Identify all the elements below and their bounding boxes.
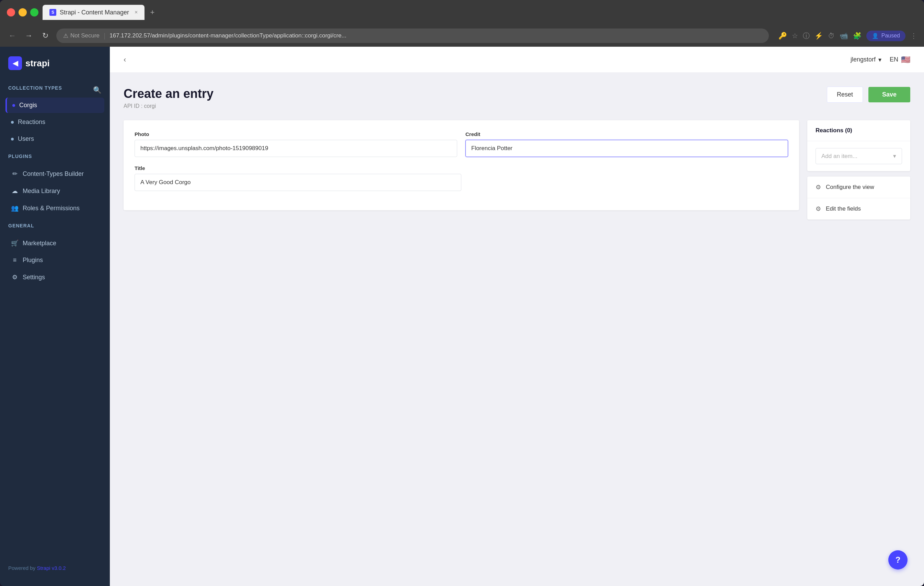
- roles-permissions-label: Roles & Permissions: [23, 205, 80, 212]
- photo-label: Photo: [135, 131, 457, 137]
- reload-button[interactable]: ↻: [40, 30, 51, 41]
- app-container: ◀ strapi COLLECTION TYPES 🔍 Corgis React…: [0, 47, 924, 586]
- add-item-select[interactable]: Add an item... ▾: [815, 148, 902, 164]
- general-section: GENERAL: [0, 217, 110, 235]
- maximize-traffic-light[interactable]: [30, 8, 38, 17]
- title-bar: S Strapi - Content Manager × +: [0, 0, 924, 25]
- sidebar-item-content-types-builder[interactable]: ✏ Content-Types Builder: [5, 166, 104, 182]
- username: jlengstorf: [851, 56, 876, 63]
- reactions-label: Reactions: [18, 119, 45, 126]
- not-secure-label: Not Secure: [70, 32, 99, 39]
- page-title: Create an entry: [124, 86, 213, 101]
- photo-input[interactable]: [135, 140, 457, 157]
- content-area: Create an entry API ID : corgi Reset Sav…: [110, 73, 924, 586]
- sidebar-item-marketplace[interactable]: 🛒 Marketplace: [5, 235, 104, 251]
- general-label: GENERAL: [8, 223, 102, 228]
- traffic-lights: [7, 8, 38, 17]
- new-tab-button[interactable]: +: [147, 8, 157, 17]
- collection-types-list: Corgis Reactions Users: [0, 98, 110, 148]
- title-label: Title: [135, 165, 788, 171]
- corgis-dot: [12, 104, 15, 107]
- search-icon[interactable]: 🔍: [93, 86, 102, 94]
- reactions-panel-title: Reactions (0): [815, 127, 902, 134]
- reactions-panel: Reactions (0) Add an item... ▾: [807, 120, 910, 171]
- back-navigation-button[interactable]: ‹: [124, 55, 126, 64]
- paused-label: Paused: [881, 33, 900, 39]
- form-card: Photo Credit Title: [124, 120, 799, 210]
- lang-selector[interactable]: EN 🇺🇸: [890, 55, 910, 64]
- puzzle-icon[interactable]: 🧩: [853, 31, 861, 40]
- address-input[interactable]: ⚠ Not Secure | 167.172.202.57/admin/plug…: [56, 28, 769, 43]
- sidebar-item-settings[interactable]: ⚙ Settings: [5, 269, 104, 285]
- bookmark-icon[interactable]: ☆: [792, 31, 798, 40]
- title-input[interactable]: [135, 174, 461, 191]
- flag-icon: 🇺🇸: [901, 55, 910, 64]
- save-button[interactable]: Save: [868, 87, 910, 103]
- paused-button[interactable]: 👤 Paused: [866, 31, 906, 41]
- warning-icon: ⚠: [63, 32, 68, 40]
- url-text: 167.172.202.57/admin/plugins/content-man…: [109, 32, 346, 39]
- tab-bar: S Strapi - Content Manager × +: [43, 5, 917, 20]
- credit-input[interactable]: [465, 140, 788, 157]
- configure-view-icon: ⚙: [815, 184, 821, 191]
- form-row-title: Title: [135, 165, 788, 191]
- extensions-icon[interactable]: ⚡: [815, 31, 823, 40]
- plugins-icon: ≡: [11, 257, 18, 264]
- corgis-label: Corgis: [19, 102, 37, 109]
- help-button[interactable]: ?: [888, 550, 908, 569]
- credit-label: Credit: [465, 131, 788, 137]
- marketplace-icon: 🛒: [11, 239, 18, 247]
- minimize-traffic-light[interactable]: [18, 8, 27, 17]
- timer-icon[interactable]: ⏱: [828, 32, 835, 40]
- video-icon[interactable]: 📹: [840, 31, 848, 40]
- strapi-name: strapi: [25, 58, 50, 69]
- forward-button[interactable]: →: [23, 30, 34, 41]
- avatar-icon: 👤: [872, 33, 879, 39]
- plugins-list: ✏ Content-Types Builder ☁ Media Library …: [0, 166, 110, 217]
- content-types-label: Content-Types Builder: [23, 171, 84, 177]
- sidebar-item-reactions[interactable]: Reactions: [5, 114, 104, 130]
- sidebar-item-users[interactable]: Users: [5, 131, 104, 147]
- page-title-group: Create an entry API ID : corgi: [124, 86, 213, 109]
- users-dot: [11, 138, 14, 141]
- api-id: API ID : corgi: [124, 103, 213, 109]
- configure-view-link[interactable]: ⚙ Configure the view: [807, 177, 910, 198]
- configure-view-label: Configure the view: [826, 184, 874, 190]
- plugins-section: PLUGINS: [0, 148, 110, 166]
- cloud-icon: ☁: [11, 187, 18, 195]
- edit-fields-icon: ⚙: [815, 205, 821, 213]
- users-icon: 👥: [11, 204, 18, 212]
- user-dropdown[interactable]: jlengstorf ▾: [851, 56, 881, 63]
- browser-actions: 🔑 ☆ ⓘ ⚡ ⏱ 📹 🧩 👤 Paused ⋮: [779, 31, 917, 41]
- powered-by: Powered by Strapi v3.0.2: [0, 558, 110, 578]
- info-icon[interactable]: ⓘ: [803, 31, 810, 41]
- form-layout: Photo Credit Title: [124, 120, 910, 220]
- top-header: ‹ jlengstorf ▾ EN 🇺🇸: [110, 47, 924, 73]
- form-main: Photo Credit Title: [124, 120, 799, 220]
- sidebar: ◀ strapi COLLECTION TYPES 🔍 Corgis React…: [0, 47, 110, 586]
- sidebar-item-media-library[interactable]: ☁ Media Library: [5, 183, 104, 199]
- sidebar-item-corgis[interactable]: Corgis: [5, 98, 104, 113]
- collection-types-label: COLLECTION TYPES: [8, 85, 62, 91]
- tab-close-button[interactable]: ×: [135, 9, 138, 15]
- active-tab[interactable]: S Strapi - Content Manager ×: [43, 5, 145, 20]
- back-button[interactable]: ←: [7, 30, 18, 41]
- edit-fields-link[interactable]: ⚙ Edit the fields: [807, 198, 910, 220]
- key-icon: 🔑: [779, 31, 787, 40]
- dropdown-arrow: ▾: [878, 56, 881, 63]
- form-group-credit: Credit: [465, 131, 788, 157]
- sidebar-item-roles-permissions[interactable]: 👥 Roles & Permissions: [5, 200, 104, 216]
- page-header: Create an entry API ID : corgi Reset Sav…: [124, 86, 910, 109]
- tab-title: Strapi - Content Manager: [60, 9, 129, 16]
- form-sidebar: Reactions (0) Add an item... ▾: [807, 120, 910, 220]
- strapi-version-link[interactable]: Strapi v3.0.2: [37, 565, 66, 571]
- sidebar-item-plugins[interactable]: ≡ Plugins: [5, 252, 104, 268]
- plugins-label: PLUGINS: [8, 154, 102, 159]
- sidebar-logo: ◀ strapi: [0, 47, 110, 80]
- menu-icon[interactable]: ⋮: [910, 31, 917, 40]
- form-row-photo-credit: Photo Credit: [135, 131, 788, 157]
- add-item-placeholder: Add an item...: [822, 153, 857, 160]
- close-traffic-light[interactable]: [7, 8, 15, 17]
- reset-button[interactable]: Reset: [827, 86, 863, 103]
- strapi-logo[interactable]: ◀ strapi: [8, 56, 50, 70]
